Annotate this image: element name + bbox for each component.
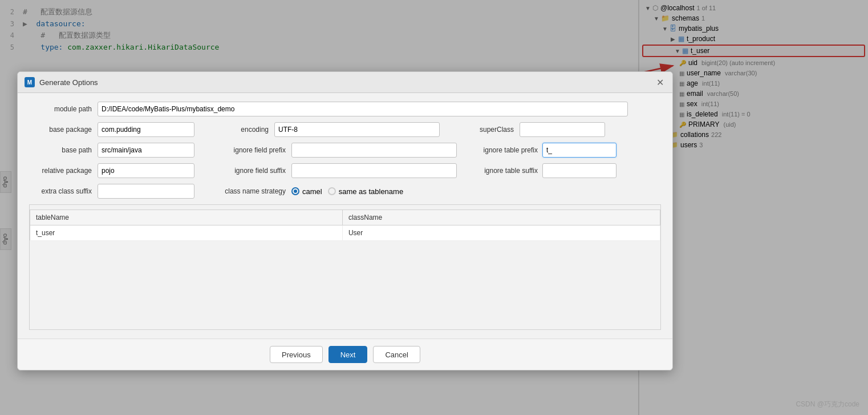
ignore-field-prefix-input[interactable] [291,143,457,158]
radio-camel-dot [291,187,299,195]
extra-class-suffix-label: extra class suffix [29,187,98,195]
module-path-label: module path [29,105,98,113]
table-row[interactable]: t_user User [30,225,660,241]
next-button[interactable]: Next [328,346,368,363]
base-package-input[interactable] [98,122,194,137]
relative-package-label: relative package [29,167,98,175]
previous-button[interactable]: Previous [270,346,323,363]
generate-options-modal: M Generate Options ✕ module path base pa… [17,71,673,370]
modal-title: Generate Options [39,78,654,87]
encoding-input[interactable] [274,122,440,137]
radio-camel-option[interactable]: camel [291,187,322,196]
col-header-tablename: tableName [30,210,343,225]
radio-same-dot [328,187,336,195]
base-path-input[interactable] [98,143,194,158]
extra-class-suffix-input[interactable] [98,184,194,199]
modal-overlay: M Generate Options ✕ module path base pa… [0,0,868,415]
radio-same-as-tablename-option[interactable]: same as tablename [328,187,403,196]
modal-close-button[interactable]: ✕ [654,76,666,88]
base-path-label: base path [29,146,98,154]
relative-package-row: relative package ignore field suffix ign… [29,163,661,178]
table-container[interactable]: tableName className t_user User [29,204,661,330]
radio-same-label: same as tablename [339,187,403,196]
radio-camel-label: camel [302,187,322,196]
base-path-row: base path ignore field prefix ignore tab… [29,143,661,158]
class-name-strategy-group: camel same as tablename [291,187,403,196]
ignore-field-suffix-input[interactable] [291,163,457,178]
ignore-table-suffix-label: ignore table suffix [468,167,542,175]
cell-tablename: t_user [30,225,343,241]
cell-classname: User [342,225,660,241]
modal-footer: Previous Next Cancel [18,339,672,370]
base-package-row: base package encoding superClass [29,122,661,137]
module-path-input[interactable] [98,102,628,116]
ignore-table-prefix-input[interactable] [542,143,616,158]
super-class-input[interactable] [520,122,605,137]
module-path-row: module path [29,102,661,116]
ignore-table-prefix-label: ignore table prefix [468,146,542,154]
class-name-strategy-label: class name strategy [217,187,291,195]
super-class-label: superClass [463,126,520,134]
ignore-table-suffix-input[interactable] [542,163,616,178]
col-header-classname: className [342,210,660,225]
base-package-label: base package [29,126,98,134]
mapping-table: tableName className t_user User [30,209,660,241]
encoding-label: encoding [217,126,274,134]
modal-header: M Generate Options ✕ [18,72,672,93]
extra-class-row: extra class suffix class name strategy c… [29,184,661,199]
modal-icon: M [25,77,35,87]
watermark: CSDN @巧克力code [796,400,859,409]
ignore-field-prefix-label: ignore field prefix [217,146,291,154]
modal-body: module path base package encoding superC… [18,93,672,339]
ignore-field-suffix-label: ignore field suffix [217,167,291,175]
relative-package-input[interactable] [98,163,194,178]
cancel-button[interactable]: Cancel [373,346,420,363]
